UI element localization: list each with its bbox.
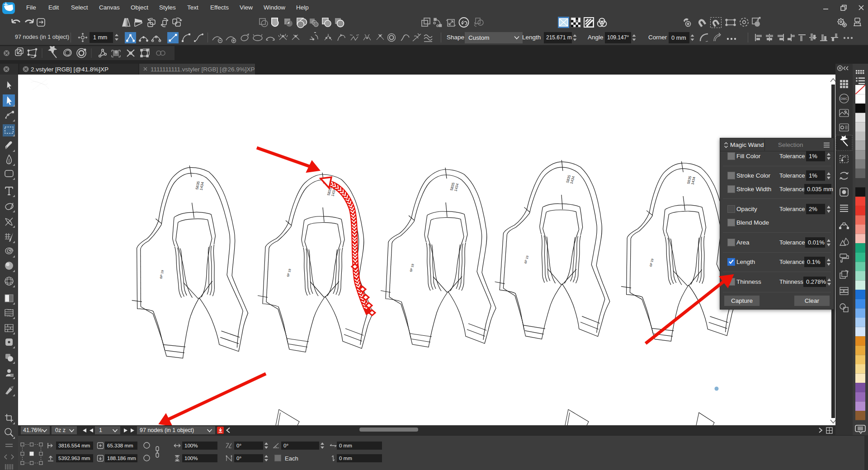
svg-text:DMC: DMC <box>840 97 848 100</box>
